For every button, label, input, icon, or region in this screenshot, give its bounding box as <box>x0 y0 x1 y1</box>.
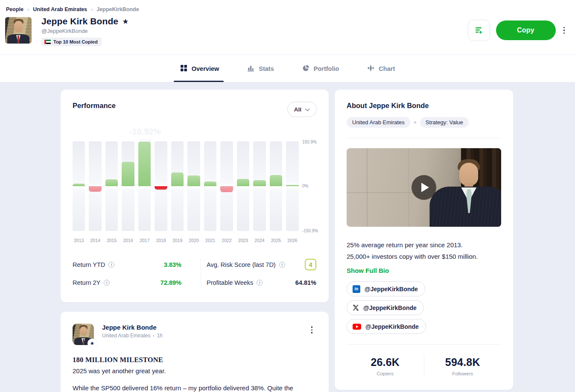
x-tick-2026: 2026 <box>286 238 298 243</box>
profile-handle: @JeppeKirkBonde <box>41 28 128 34</box>
post-location: United Arab Emirates <box>102 333 150 339</box>
stat-label-text: Profitable Weeks <box>207 279 253 286</box>
social-link-youtube[interactable]: @JeppeKirkBonde <box>347 319 426 334</box>
info-icon[interactable]: i <box>104 280 110 286</box>
popular-investor-star-icon: ★ <box>88 339 97 348</box>
bio-text: 25% average return per year since 2013.2… <box>347 239 501 262</box>
post-card: ★ Jeppe Kirk Bonde United Arab Emirates … <box>61 312 329 392</box>
chart-column-2018[interactable] <box>155 141 167 231</box>
social-link-x[interactable]: @JeppeKirkBonde <box>347 300 424 315</box>
breadcrumb: People›United Arab Emirates›JeppeKirkBon… <box>0 0 575 13</box>
chart-column-2017[interactable] <box>138 141 151 231</box>
chart-column-2022[interactable] <box>220 141 233 231</box>
chart-bar-2015 <box>105 179 118 186</box>
tab-stats[interactable]: Stats <box>247 55 274 82</box>
x-tick-2016: 2016 <box>122 238 134 243</box>
add-to-watchlist-button[interactable] <box>468 20 490 41</box>
candlestick-icon <box>367 64 374 73</box>
badge-label: Top 10 Most Copied <box>53 39 98 44</box>
chart-column-2025[interactable] <box>270 141 282 231</box>
about-title: About Jeppe Kirk Bonde <box>347 102 501 110</box>
stat-value: 72.89% <box>161 279 181 286</box>
chart-bar-2020 <box>187 176 200 186</box>
profile-header: Jeppe Kirk Bonde ★ @JeppeKirkBonde Top 1… <box>0 13 575 55</box>
chart-column-2020[interactable] <box>187 141 200 231</box>
stat-row-return-2y: Return 2Yi72.89% <box>73 277 181 288</box>
tab-bar: OverviewStatsPortfolioChart <box>0 55 575 82</box>
chip-strategy-value: Strategy: Value <box>420 117 469 128</box>
play-icon[interactable] <box>412 175 436 200</box>
x-tick-2021: 2021 <box>204 238 216 243</box>
tab-label: Stats <box>259 65 274 72</box>
x-icon <box>353 304 359 311</box>
divider <box>347 344 501 345</box>
x-tick-2022: 2022 <box>220 238 233 243</box>
youtube-icon <box>353 324 361 330</box>
chart-column-2019[interactable] <box>171 141 184 231</box>
list-plus-icon <box>474 25 484 36</box>
divider <box>347 138 501 138</box>
copy-button[interactable]: Copy <box>496 20 556 40</box>
show-full-bio-link[interactable]: Show Full Bio <box>347 267 389 274</box>
breadcrumb-item-people[interactable]: People <box>6 6 23 12</box>
chart-bar-2023 <box>237 179 249 186</box>
more-options-menu[interactable] <box>562 24 567 37</box>
chart-column-2015[interactable] <box>105 141 118 231</box>
chip-united-arab-emirates: United Arab Emirates <box>347 117 410 128</box>
page-header: People›United Arab Emirates›JeppeKirkBon… <box>0 0 575 55</box>
tab-overview[interactable]: Overview <box>180 55 219 82</box>
stat-block-copiers: 26.6KCopiers <box>347 356 424 376</box>
chart-column-2023[interactable] <box>237 141 249 231</box>
chart-column-2026[interactable] <box>286 141 298 231</box>
profile-avatar <box>5 17 32 44</box>
x-tick-2019: 2019 <box>171 238 184 243</box>
chart-column-2024[interactable] <box>253 141 266 231</box>
stat-label: Return 2Yi <box>73 279 110 286</box>
stat-label: Copiers <box>347 371 424 376</box>
info-icon[interactable]: i <box>257 280 263 286</box>
grid-icon <box>180 64 187 73</box>
social-link-linkedin[interactable]: in@JeppeKirkBonde <box>347 281 425 296</box>
stat-label: Avg. Risk Score (last 7D)i <box>207 261 285 268</box>
bar-chart-icon <box>247 64 254 73</box>
dot-separator <box>153 335 154 336</box>
stat-row-avg-risk-score-last-7d-: Avg. Risk Score (last 7D)i4 <box>207 259 316 270</box>
info-icon[interactable]: i <box>108 262 114 268</box>
bio-video-thumbnail[interactable] <box>347 148 501 227</box>
tab-chart[interactable]: Chart <box>367 55 395 82</box>
chart-bar-2019 <box>171 173 184 186</box>
stat-row-profitable-weeks: Profitable Weeksi64.81% <box>207 277 316 288</box>
breadcrumb-item-jeppekirkbonde[interactable]: JeppeKirkBonde <box>96 6 139 12</box>
x-tick-2018: 2018 <box>155 238 167 243</box>
performance-card: Performance All -10.92% 2018 150.9%0%-15… <box>61 90 329 302</box>
x-tick-2025: 2025 <box>270 238 282 243</box>
chart-bar-2014 <box>89 186 101 192</box>
chart-bar-2026 <box>286 185 298 186</box>
tooltip-value: -10.92% <box>129 127 161 137</box>
chevron-right-icon: › <box>91 6 93 12</box>
breadcrumb-item-united-arab-emirates[interactable]: United Arab Emirates <box>33 6 87 12</box>
post-options-menu[interactable] <box>309 324 315 336</box>
chart-column-2013[interactable] <box>73 141 85 231</box>
post-author[interactable]: Jeppe Kirk Bonde <box>102 324 163 331</box>
x-tick-2014: 2014 <box>89 238 101 243</box>
post-paragraph: 2025 was yet another great year. <box>73 366 314 375</box>
stat-label: Return YTDi <box>73 261 114 268</box>
chart-column-2014[interactable] <box>89 141 101 231</box>
uae-flag-icon <box>44 40 51 44</box>
post-title: 180 MILLION MILESTONE <box>73 356 314 364</box>
social-handle: @JeppeKirkBonde <box>365 286 418 293</box>
chevron-down-icon <box>305 106 310 113</box>
about-card: About Jeppe Kirk Bonde United Arab Emira… <box>335 90 513 390</box>
chart-bar-2017 <box>138 142 151 186</box>
chart-columns: -10.92% 2018 <box>73 141 299 231</box>
social-links: in@JeppeKirkBonde@JeppeKirkBonde@JeppeKi… <box>347 281 501 334</box>
info-icon[interactable]: i <box>279 262 285 268</box>
chart-column-2021[interactable] <box>204 141 216 231</box>
time-range-selector[interactable]: All <box>287 102 317 117</box>
chart-bar-2025 <box>270 175 282 186</box>
about-chips: United Arab EmiratesStrategy: Value <box>347 117 501 128</box>
tab-portfolio[interactable]: Portfolio <box>302 55 339 82</box>
bio-line: 25,000+ investors copy with over $150 mi… <box>347 251 501 262</box>
chart-column-2016[interactable] <box>122 141 134 231</box>
